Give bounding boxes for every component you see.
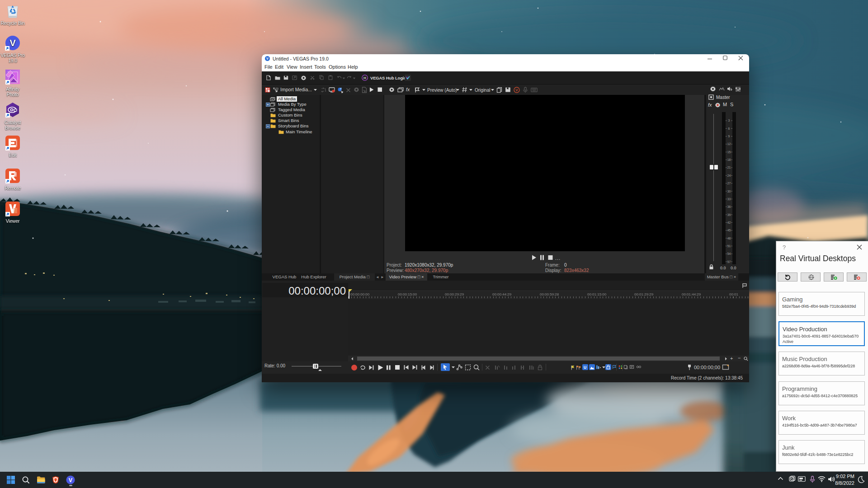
svg-text:V: V — [266, 56, 269, 61]
svg-text:15: 15 — [727, 150, 731, 154]
svg-text:V: V — [9, 38, 16, 48]
svg-text:42: 42 — [727, 221, 731, 224]
svg-text:12: 12 — [727, 142, 731, 145]
svg-text:H: H — [363, 76, 366, 80]
svg-text:51: 51 — [727, 244, 731, 248]
svg-text:21: 21 — [727, 166, 731, 169]
svg-text:V: V — [515, 88, 518, 92]
svg-text:39: 39 — [727, 213, 731, 216]
svg-text:9: 9 — [728, 135, 730, 138]
svg-text:45: 45 — [727, 229, 731, 232]
svg-text:57: 57 — [727, 260, 731, 263]
svg-text:54: 54 — [727, 252, 731, 255]
svg-text:18: 18 — [727, 158, 731, 161]
svg-text:V: V — [69, 477, 73, 483]
svg-text:6: 6 — [728, 127, 730, 130]
svg-text:48: 48 — [727, 237, 731, 240]
svg-text:33: 33 — [727, 197, 731, 201]
svg-text:36: 36 — [727, 205, 731, 208]
svg-text:3: 3 — [728, 119, 730, 122]
svg-text:30: 30 — [727, 190, 731, 193]
svg-text:27: 27 — [727, 182, 731, 185]
svg-text:24: 24 — [727, 174, 731, 177]
